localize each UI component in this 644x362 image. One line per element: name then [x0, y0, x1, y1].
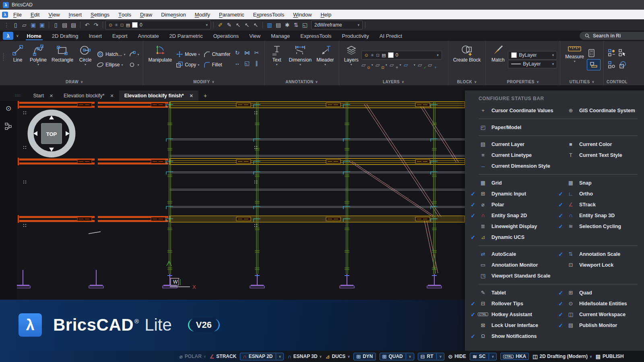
copy-button[interactable]: Copy ▾: [175, 60, 201, 70]
menu-item-file[interactable]: File: [9, 10, 26, 19]
tab-manage[interactable]: Manage: [266, 31, 295, 41]
circle-button[interactable]: Circle ▾: [76, 43, 95, 66]
tab-annotate[interactable]: Annotate: [133, 31, 164, 41]
menu-item-view[interactable]: View: [44, 10, 64, 19]
menu-item-current-text-style[interactable]: Current Text Style: [576, 152, 644, 158]
ribbon-search[interactable]: Search in Ri: [580, 32, 644, 40]
line-button[interactable]: Line: [8, 43, 27, 63]
save-icon[interactable]: ▣: [29, 21, 37, 29]
match-properties-icon[interactable]: ✐: [216, 21, 225, 29]
ellipse-button[interactable]: Ellipse ▾: [95, 60, 126, 70]
menu-item-lock-user-interface[interactable]: Lock User Interface: [488, 323, 556, 328]
active-utility-button[interactable]: [587, 59, 601, 70]
menu-item-lineweight-display[interactable]: Lineweight Display: [488, 224, 556, 229]
menu-item-hide-isolate-entities[interactable]: Hide/Isolate Entities: [576, 301, 644, 306]
tab-bar-grip[interactable]: ∷∷: [15, 94, 21, 98]
menu-item-modify[interactable]: Modify: [190, 10, 215, 19]
menu-item-draw[interactable]: Draw: [136, 10, 157, 19]
move-button[interactable]: Move ▾: [175, 49, 201, 60]
menu-item-current-layer[interactable]: Current Layer: [488, 142, 556, 147]
tab-2d-drafting[interactable]: 2D Drafting: [47, 31, 84, 41]
close-icon[interactable]: ✕: [190, 93, 193, 99]
measure-button[interactable]: Measure ▾: [563, 43, 586, 63]
adjust-icon[interactable]: ⇅: [292, 21, 300, 29]
application-button[interactable]: λ: [3, 32, 13, 40]
tab-operations[interactable]: Operations: [208, 31, 244, 41]
isolate-entities-icon[interactable]: [608, 61, 616, 69]
status-toggle-rt[interactable]: ⊟RT∨: [418, 353, 445, 360]
menu-item-annotation-scale[interactable]: Annotation Scale: [576, 251, 644, 257]
group-label-block[interactable]: BLOCK∨: [451, 78, 483, 85]
polyline-button[interactable]: Polyline ▾: [28, 43, 49, 66]
layer-on-off-icon[interactable]: ▱⊙: [361, 62, 369, 68]
tab-export[interactable]: Export: [107, 31, 133, 41]
color-dropdown[interactable]: ByLayer ▾: [508, 51, 557, 60]
menu-item-current-dimension-style[interactable]: Current Dimension Style: [488, 163, 556, 169]
save-as-icon[interactable]: ▣: [38, 21, 46, 29]
create-block-button[interactable]: Create Block: [451, 43, 483, 63]
menu-item-polar[interactable]: Polar: [488, 202, 556, 208]
trim-icon[interactable]: ✂: [254, 49, 259, 56]
menu-item-settings[interactable]: Settings: [86, 10, 114, 19]
manipulate-button[interactable]: Manipulate: [146, 43, 174, 63]
menu-item-dimension[interactable]: Dimension: [157, 10, 190, 19]
menu-item-entity-snap-2d[interactable]: Entity Snap 2D: [488, 213, 556, 218]
tab-home[interactable]: Home: [22, 31, 47, 41]
menu-item-annotation-monitor[interactable]: Annotation Monitor: [488, 262, 556, 268]
group-label-utilities[interactable]: UTILITIES∨: [563, 78, 601, 85]
publish-icon[interactable]: ▤: [69, 21, 78, 29]
menu-item-dynamic-input[interactable]: Dynamic Input: [488, 191, 556, 197]
group-label-control[interactable]: CONTROL: [607, 78, 627, 85]
new-layer-icon[interactable]: ▱+: [428, 62, 436, 68]
visual-style-dropdown[interactable]: 2dWireframe ▾: [311, 21, 363, 29]
undo-icon[interactable]: ↶: [83, 21, 91, 29]
plot-icon[interactable]: ▤: [60, 21, 69, 29]
layer-lock-icon[interactable]: ▱⊡: [376, 62, 383, 68]
redo-icon[interactable]: ↷: [92, 21, 100, 29]
layer-freeze-icon[interactable]: ▱✳: [390, 62, 397, 68]
rectangle-button[interactable]: Rectangle: [50, 43, 75, 63]
match-button[interactable]: Match: [489, 43, 507, 63]
blockify-icon[interactable]: [618, 61, 626, 69]
stretch-icon[interactable]: ↔: [235, 60, 240, 66]
menu-item-gis-coordinate-system[interactable]: GIS Coordinate System: [576, 108, 644, 113]
hatch-button[interactable]: Hatch... ▾: [95, 49, 126, 60]
print-preview-icon[interactable]: ▯: [52, 21, 60, 29]
menu-item-selection-cycling[interactable]: Selection Cycling: [576, 224, 644, 229]
show-entities-icon[interactable]: [608, 49, 616, 57]
select-cursor-icon[interactable]: ↖: [234, 21, 242, 29]
group-label-properties[interactable]: PROPERTIES∨: [489, 78, 557, 85]
point-button[interactable]: ▾: [127, 60, 140, 70]
status-toggle-hide[interactable]: ⊙HIDE: [448, 354, 466, 360]
menu-item-dynamic-ucs[interactable]: Dynamic UCS: [488, 234, 556, 240]
tab-ai-predict[interactable]: AI Predict: [374, 31, 407, 41]
fullscreen-icon[interactable]: ◱: [301, 21, 309, 29]
status-toggle-2d-drafting-modern-[interactable]: ◫2D Drafting (Modern)∨: [533, 354, 592, 360]
menu-item-expresstools[interactable]: ExpressTools: [249, 10, 289, 19]
new-file-icon[interactable]: ▯: [11, 21, 20, 29]
status-toggle-publish[interactable]: ▤PUBLISH: [596, 354, 624, 360]
menu-item-publish-monitor[interactable]: Publish Monitor: [576, 323, 644, 328]
menu-item-hotkey-assistant[interactable]: Hotkey Assistant: [488, 312, 556, 317]
document-tab[interactable]: Elevation blockify finish*✕: [119, 90, 198, 101]
layer-isolate-icon[interactable]: ▱: [404, 62, 411, 68]
calculator-icon[interactable]: [587, 49, 596, 58]
ribbon-grip[interactable]: ⋮⋮: [1, 53, 5, 60]
scale-icon[interactable]: ◱: [244, 60, 250, 66]
status-toggle-esnap-3d[interactable]: ∩ESNAP 3D∨: [287, 354, 322, 360]
menu-item-show-notifications[interactable]: Show Notifications: [488, 333, 556, 339]
menu-item-tools[interactable]: Tools: [114, 10, 136, 19]
status-toggle-polar[interactable]: ⌀POLAR∨: [180, 354, 206, 360]
selection-modes-icon[interactable]: ↖: [252, 21, 260, 29]
toolbar-grip[interactable]: ⋮: [2, 21, 11, 29]
menu-item-grid[interactable]: Grid: [488, 180, 556, 186]
structure-tree-icon[interactable]: [4, 122, 12, 130]
menu-item-snap[interactable]: Snap: [576, 180, 644, 186]
open-file-icon[interactable]: ▱: [20, 21, 29, 29]
menu-item-current-linetype[interactable]: Current Linetype: [488, 152, 556, 158]
select-display-icon[interactable]: [618, 49, 626, 57]
menu-item-current-workspace[interactable]: Current Workspace: [576, 312, 644, 317]
tab-view[interactable]: View: [244, 31, 266, 41]
menu-item-tablet[interactable]: Tablet: [488, 290, 556, 296]
menu-item-edit[interactable]: Edit: [26, 10, 44, 19]
